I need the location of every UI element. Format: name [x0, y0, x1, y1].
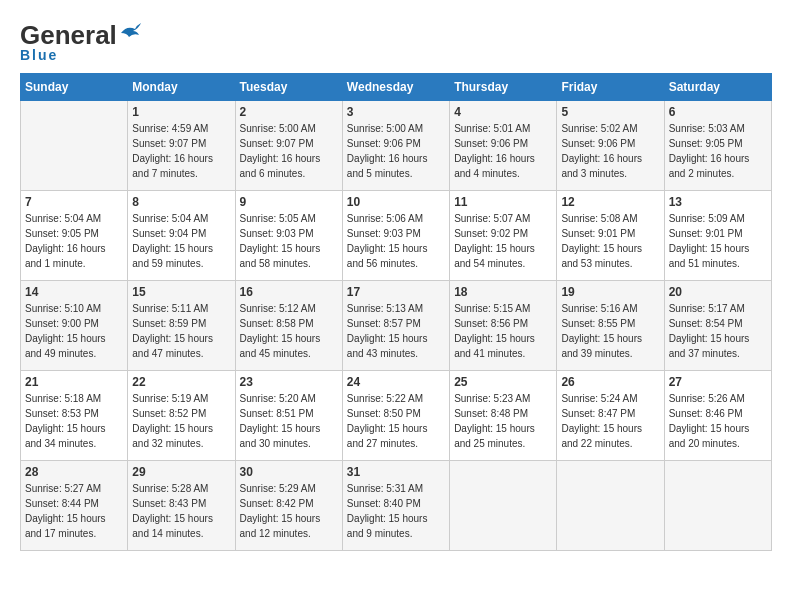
day-number: 16	[240, 285, 338, 299]
week-row-3: 21Sunrise: 5:18 AM Sunset: 8:53 PM Dayli…	[21, 371, 772, 461]
calendar-cell: 31Sunrise: 5:31 AM Sunset: 8:40 PM Dayli…	[342, 461, 449, 551]
calendar-cell	[21, 101, 128, 191]
day-number: 3	[347, 105, 445, 119]
day-number: 5	[561, 105, 659, 119]
calendar-cell: 20Sunrise: 5:17 AM Sunset: 8:54 PM Dayli…	[664, 281, 771, 371]
header-row: SundayMondayTuesdayWednesdayThursdayFrid…	[21, 74, 772, 101]
calendar-cell: 21Sunrise: 5:18 AM Sunset: 8:53 PM Dayli…	[21, 371, 128, 461]
day-info: Sunrise: 5:16 AM Sunset: 8:55 PM Dayligh…	[561, 301, 659, 361]
day-number: 10	[347, 195, 445, 209]
header-cell-wednesday: Wednesday	[342, 74, 449, 101]
calendar-table: SundayMondayTuesdayWednesdayThursdayFrid…	[20, 73, 772, 551]
day-number: 28	[25, 465, 123, 479]
header-cell-saturday: Saturday	[664, 74, 771, 101]
header-cell-tuesday: Tuesday	[235, 74, 342, 101]
calendar-cell: 4Sunrise: 5:01 AM Sunset: 9:06 PM Daylig…	[450, 101, 557, 191]
day-info: Sunrise: 5:31 AM Sunset: 8:40 PM Dayligh…	[347, 481, 445, 541]
day-info: Sunrise: 5:05 AM Sunset: 9:03 PM Dayligh…	[240, 211, 338, 271]
day-info: Sunrise: 5:13 AM Sunset: 8:57 PM Dayligh…	[347, 301, 445, 361]
calendar-cell: 17Sunrise: 5:13 AM Sunset: 8:57 PM Dayli…	[342, 281, 449, 371]
day-number: 21	[25, 375, 123, 389]
day-number: 29	[132, 465, 230, 479]
day-number: 1	[132, 105, 230, 119]
day-number: 14	[25, 285, 123, 299]
day-number: 31	[347, 465, 445, 479]
day-info: Sunrise: 5:23 AM Sunset: 8:48 PM Dayligh…	[454, 391, 552, 451]
calendar-cell	[450, 461, 557, 551]
day-info: Sunrise: 5:26 AM Sunset: 8:46 PM Dayligh…	[669, 391, 767, 451]
day-info: Sunrise: 5:20 AM Sunset: 8:51 PM Dayligh…	[240, 391, 338, 451]
day-info: Sunrise: 5:11 AM Sunset: 8:59 PM Dayligh…	[132, 301, 230, 361]
calendar-cell: 22Sunrise: 5:19 AM Sunset: 8:52 PM Dayli…	[128, 371, 235, 461]
day-number: 6	[669, 105, 767, 119]
day-info: Sunrise: 5:19 AM Sunset: 8:52 PM Dayligh…	[132, 391, 230, 451]
week-row-1: 7Sunrise: 5:04 AM Sunset: 9:05 PM Daylig…	[21, 191, 772, 281]
calendar-cell: 5Sunrise: 5:02 AM Sunset: 9:06 PM Daylig…	[557, 101, 664, 191]
day-number: 15	[132, 285, 230, 299]
header-cell-monday: Monday	[128, 74, 235, 101]
week-row-0: 1Sunrise: 4:59 AM Sunset: 9:07 PM Daylig…	[21, 101, 772, 191]
calendar-cell: 25Sunrise: 5:23 AM Sunset: 8:48 PM Dayli…	[450, 371, 557, 461]
day-number: 23	[240, 375, 338, 389]
calendar-cell: 23Sunrise: 5:20 AM Sunset: 8:51 PM Dayli…	[235, 371, 342, 461]
calendar-cell: 14Sunrise: 5:10 AM Sunset: 9:00 PM Dayli…	[21, 281, 128, 371]
day-number: 19	[561, 285, 659, 299]
day-number: 24	[347, 375, 445, 389]
day-info: Sunrise: 5:28 AM Sunset: 8:43 PM Dayligh…	[132, 481, 230, 541]
day-info: Sunrise: 5:12 AM Sunset: 8:58 PM Dayligh…	[240, 301, 338, 361]
calendar-cell: 19Sunrise: 5:16 AM Sunset: 8:55 PM Dayli…	[557, 281, 664, 371]
day-number: 22	[132, 375, 230, 389]
logo: General Blue	[20, 20, 141, 63]
calendar-cell: 15Sunrise: 5:11 AM Sunset: 8:59 PM Dayli…	[128, 281, 235, 371]
day-info: Sunrise: 5:09 AM Sunset: 9:01 PM Dayligh…	[669, 211, 767, 271]
day-info: Sunrise: 5:10 AM Sunset: 9:00 PM Dayligh…	[25, 301, 123, 361]
day-number: 17	[347, 285, 445, 299]
day-info: Sunrise: 5:04 AM Sunset: 9:05 PM Dayligh…	[25, 211, 123, 271]
day-number: 25	[454, 375, 552, 389]
calendar-cell: 11Sunrise: 5:07 AM Sunset: 9:02 PM Dayli…	[450, 191, 557, 281]
week-row-2: 14Sunrise: 5:10 AM Sunset: 9:00 PM Dayli…	[21, 281, 772, 371]
calendar-cell: 27Sunrise: 5:26 AM Sunset: 8:46 PM Dayli…	[664, 371, 771, 461]
day-number: 11	[454, 195, 552, 209]
day-info: Sunrise: 4:59 AM Sunset: 9:07 PM Dayligh…	[132, 121, 230, 181]
calendar-cell: 2Sunrise: 5:00 AM Sunset: 9:07 PM Daylig…	[235, 101, 342, 191]
week-row-4: 28Sunrise: 5:27 AM Sunset: 8:44 PM Dayli…	[21, 461, 772, 551]
day-info: Sunrise: 5:24 AM Sunset: 8:47 PM Dayligh…	[561, 391, 659, 451]
day-number: 18	[454, 285, 552, 299]
calendar-cell	[664, 461, 771, 551]
day-info: Sunrise: 5:27 AM Sunset: 8:44 PM Dayligh…	[25, 481, 123, 541]
day-number: 4	[454, 105, 552, 119]
day-info: Sunrise: 5:07 AM Sunset: 9:02 PM Dayligh…	[454, 211, 552, 271]
day-info: Sunrise: 5:02 AM Sunset: 9:06 PM Dayligh…	[561, 121, 659, 181]
calendar-cell: 6Sunrise: 5:03 AM Sunset: 9:05 PM Daylig…	[664, 101, 771, 191]
day-info: Sunrise: 5:00 AM Sunset: 9:06 PM Dayligh…	[347, 121, 445, 181]
day-info: Sunrise: 5:15 AM Sunset: 8:56 PM Dayligh…	[454, 301, 552, 361]
header: General Blue	[20, 20, 772, 63]
calendar-cell	[557, 461, 664, 551]
day-info: Sunrise: 5:01 AM Sunset: 9:06 PM Dayligh…	[454, 121, 552, 181]
calendar-cell: 18Sunrise: 5:15 AM Sunset: 8:56 PM Dayli…	[450, 281, 557, 371]
day-info: Sunrise: 5:08 AM Sunset: 9:01 PM Dayligh…	[561, 211, 659, 271]
header-cell-sunday: Sunday	[21, 74, 128, 101]
day-number: 7	[25, 195, 123, 209]
calendar-cell: 28Sunrise: 5:27 AM Sunset: 8:44 PM Dayli…	[21, 461, 128, 551]
calendar-cell: 10Sunrise: 5:06 AM Sunset: 9:03 PM Dayli…	[342, 191, 449, 281]
day-info: Sunrise: 5:03 AM Sunset: 9:05 PM Dayligh…	[669, 121, 767, 181]
calendar-cell: 16Sunrise: 5:12 AM Sunset: 8:58 PM Dayli…	[235, 281, 342, 371]
calendar-cell: 26Sunrise: 5:24 AM Sunset: 8:47 PM Dayli…	[557, 371, 664, 461]
calendar-cell: 29Sunrise: 5:28 AM Sunset: 8:43 PM Dayli…	[128, 461, 235, 551]
day-number: 26	[561, 375, 659, 389]
calendar-cell: 3Sunrise: 5:00 AM Sunset: 9:06 PM Daylig…	[342, 101, 449, 191]
calendar-cell: 8Sunrise: 5:04 AM Sunset: 9:04 PM Daylig…	[128, 191, 235, 281]
day-number: 27	[669, 375, 767, 389]
day-number: 2	[240, 105, 338, 119]
day-info: Sunrise: 5:17 AM Sunset: 8:54 PM Dayligh…	[669, 301, 767, 361]
calendar-cell: 12Sunrise: 5:08 AM Sunset: 9:01 PM Dayli…	[557, 191, 664, 281]
header-cell-thursday: Thursday	[450, 74, 557, 101]
calendar-cell: 30Sunrise: 5:29 AM Sunset: 8:42 PM Dayli…	[235, 461, 342, 551]
calendar-cell: 24Sunrise: 5:22 AM Sunset: 8:50 PM Dayli…	[342, 371, 449, 461]
day-info: Sunrise: 5:29 AM Sunset: 8:42 PM Dayligh…	[240, 481, 338, 541]
calendar-cell: 9Sunrise: 5:05 AM Sunset: 9:03 PM Daylig…	[235, 191, 342, 281]
day-info: Sunrise: 5:00 AM Sunset: 9:07 PM Dayligh…	[240, 121, 338, 181]
day-number: 20	[669, 285, 767, 299]
